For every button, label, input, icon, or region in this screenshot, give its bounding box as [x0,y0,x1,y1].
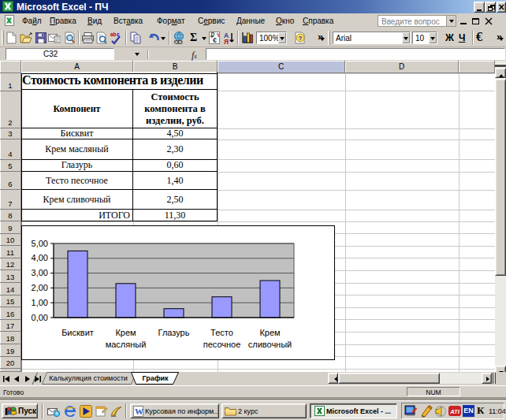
svg-text:?: ? [299,35,303,42]
svg-text:ab: ab [110,32,117,37]
svg-text:0,00: 0,00 [32,313,48,322]
svg-text:Глазурь: Глазурь [158,328,190,337]
svg-text:1,00: 1,00 [32,298,48,307]
svg-text:ATI: ATI [449,408,459,415]
svg-text:5,00: 5,00 [32,239,48,248]
svg-text:Бисквит: Бисквит [61,328,94,337]
svg-text:масляный: масляный [106,340,147,349]
svg-text:2,00: 2,00 [32,283,48,292]
svg-text:Крем: Крем [115,328,136,337]
svg-text:Крем: Крем [259,328,280,337]
svg-text:Я: Я [224,38,229,45]
svg-text:песочное: песочное [203,340,241,349]
svg-text:€: € [213,36,217,44]
svg-text:Тесто: Тесто [210,328,233,337]
svg-text:сливочный: сливочный [248,340,292,349]
svg-text:4,00: 4,00 [32,253,48,262]
svg-text:W: W [135,407,143,416]
svg-text:3,00: 3,00 [32,268,48,277]
